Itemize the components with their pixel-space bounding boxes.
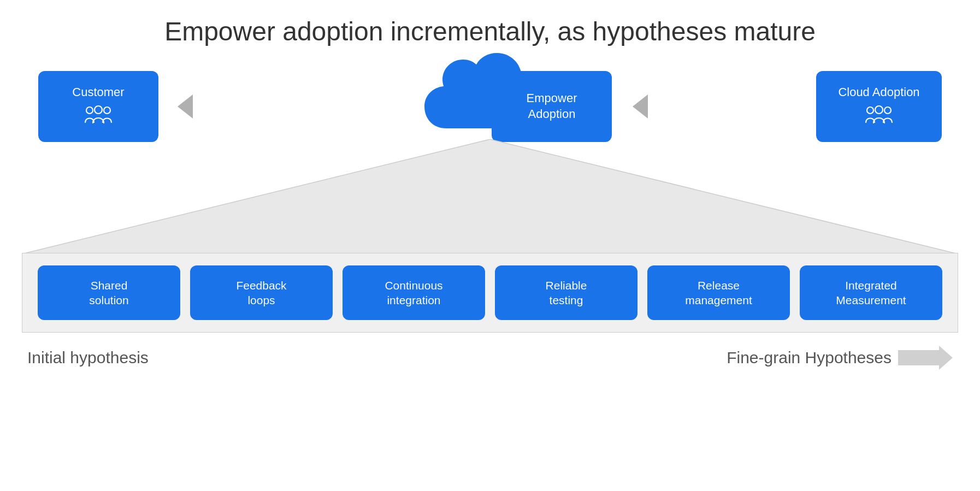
customer-label: Customer [72,85,124,100]
feedback-loops-label: Feedbackloops [236,278,286,308]
svg-marker-6 [22,139,958,254]
fine-grain-label: Fine-grain Hypotheses [727,348,892,367]
customer-box: Customer [38,71,158,142]
right-arrow-icon [898,346,953,370]
customer-icon [84,105,113,129]
reliable-testing-box: Reliabletesting [495,265,637,320]
integrated-measurement-label: IntegratedMeasurement [836,278,906,308]
page-title: Empower adoption incrementally, as hypot… [164,16,816,46]
cloud-adoption-box: Cloud Adoption [816,71,942,142]
arrow-right-container: Fine-grain Hypotheses [727,346,953,370]
svg-point-4 [875,106,883,114]
svg-marker-7 [898,346,953,370]
initial-hypothesis-label: Initial hypothesis [27,348,149,367]
arrow-left-1 [178,94,193,119]
bottom-boxes-container: Sharedsolution Feedbackloops Continuousi… [22,253,958,333]
release-management-box: Releasemanagement [647,265,790,320]
svg-point-3 [867,107,873,114]
bottom-axis-row: Initial hypothesis Fine-grain Hypotheses [22,346,958,370]
cloud-adoption-label: Cloud Adoption [838,85,919,100]
shared-solution-box: Sharedsolution [38,265,180,320]
top-row: Customer [22,63,958,150]
continuous-integration-box: Continuousintegration [343,265,485,320]
svg-point-1 [95,106,102,114]
shared-solution-label: Sharedsolution [89,278,128,308]
svg-point-5 [884,107,891,114]
release-management-label: Releasemanagement [685,278,752,308]
feedback-loops-box: Feedbackloops [190,265,333,320]
diagram-area: Customer [22,63,958,480]
arrow-left-2 [633,94,648,119]
pyramid-section: Sharedsolution Feedbackloops Continuousi… [22,139,958,333]
empower-label: EmpowerAdoption [527,91,577,122]
triangle-svg [22,139,958,254]
integrated-measurement-box: IntegratedMeasurement [800,265,942,320]
continuous-integration-label: Continuousintegration [385,278,442,308]
empower-adoption-box: EmpowerAdoption [492,71,612,142]
svg-point-0 [86,107,93,114]
cloud-adoption-icon [865,105,893,129]
svg-point-2 [104,107,110,114]
reliable-testing-label: Reliabletesting [546,278,587,308]
